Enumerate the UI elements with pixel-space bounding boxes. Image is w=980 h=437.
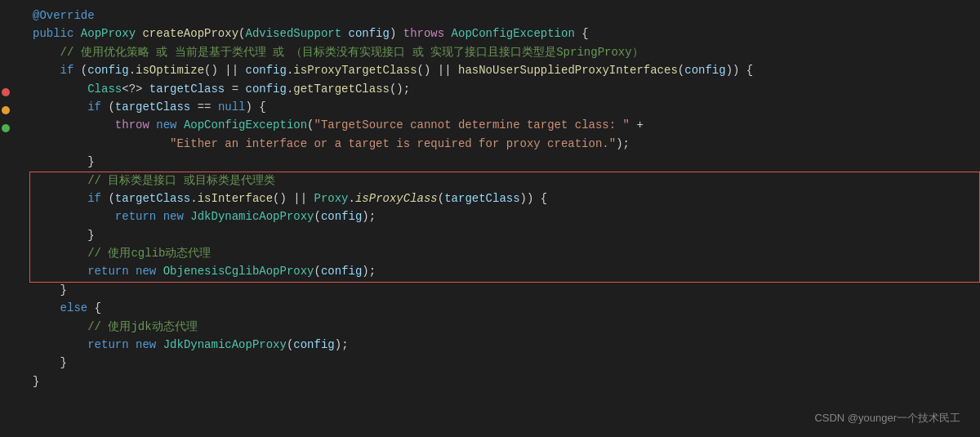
line-text-2: public AopProxy createAopProxy(AdvisedSu… [29,25,980,42]
breakpoint-orange [2,106,10,114]
code-line-10: // 目标类是接口 或目标类是代理类 [0,172,980,190]
highlight-region: // 目标类是接口 或目标类是代理类 if (targetClass.isInt… [0,172,980,281]
code-line-12: return new JdkDynamicAopProxy(config); [0,207,980,225]
line-text-12: return new JdkDynamicAopProxy(config); [29,207,980,225]
breakpoint-red [2,88,10,96]
line-text-4: if (config.isOptimize() || config.isProx… [29,61,980,79]
code-editor: @Override public AopProxy createAopProxy… [0,0,980,437]
line-text-21: } [29,372,980,390]
watermark: CSDN @younger一个技术民工 [814,410,960,427]
line-text-9: } [29,153,980,171]
code-line-3: // 使用优化策略 或 当前是基于类代理 或 （目标类没有实现接口 或 实现了接… [0,43,980,61]
code-line-9: } [0,153,980,171]
code-line-8: "Either an interface or a target is requ… [0,135,980,153]
code-line-21: } [0,372,980,390]
code-line-18: // 使用jdk动态代理 [0,318,980,336]
code-line-20: } [0,354,980,372]
breakpoint-green [2,124,10,132]
line-text-7: throw new AopConfigException("TargetSour… [29,116,980,134]
code-line-1: @Override [0,7,980,25]
line-text-8: "Either an interface or a target is requ… [29,135,980,153]
code-line-13: } [0,226,980,244]
line-text-3: // 使用优化策略 或 当前是基于类代理 或 （目标类没有实现接口 或 实现了接… [29,43,980,61]
line-text-15: return new ObjenesisCglibAopProxy(config… [29,262,980,280]
code-line-7: throw new AopConfigException("TargetSour… [0,116,980,134]
line-text-6: if (targetClass == null) { [29,98,980,116]
code-line-14: // 使用cglib动态代理 [0,244,980,262]
code-line-15: return new ObjenesisCglibAopProxy(config… [0,262,980,280]
line-text-19: return new JdkDynamicAopProxy(config); [29,336,980,354]
code-line-19: return new JdkDynamicAopProxy(config); [0,336,980,354]
line-text-17: else { [29,299,980,317]
code-lines: @Override public AopProxy createAopProxy… [0,0,980,397]
line-text-1: @Override [29,7,980,25]
line-text-11: if (targetClass.isInterface() || Proxy.i… [29,190,980,207]
code-line-6: if (targetClass == null) { [0,98,980,116]
code-line-16: } [0,281,980,299]
code-line-17: else { [0,299,980,317]
line-text-10: // 目标类是接口 或目标类是代理类 [29,172,980,190]
line-text-20: } [29,354,980,372]
code-line-5: Class<?> targetClass = config.getTargetC… [0,80,980,98]
code-line-4: if (config.isOptimize() || config.isProx… [0,61,980,79]
annotation: @Override [33,9,95,22]
line-text-5: Class<?> targetClass = config.getTargetC… [29,80,980,98]
code-line-2: public AopProxy createAopProxy(AdvisedSu… [0,25,980,42]
line-text-14: // 使用cglib动态代理 [29,244,980,262]
line-text-13: } [29,226,980,244]
line-text-16: } [29,281,980,299]
code-line-11: if (targetClass.isInterface() || Proxy.i… [0,190,980,207]
line-text-18: // 使用jdk动态代理 [29,318,980,336]
